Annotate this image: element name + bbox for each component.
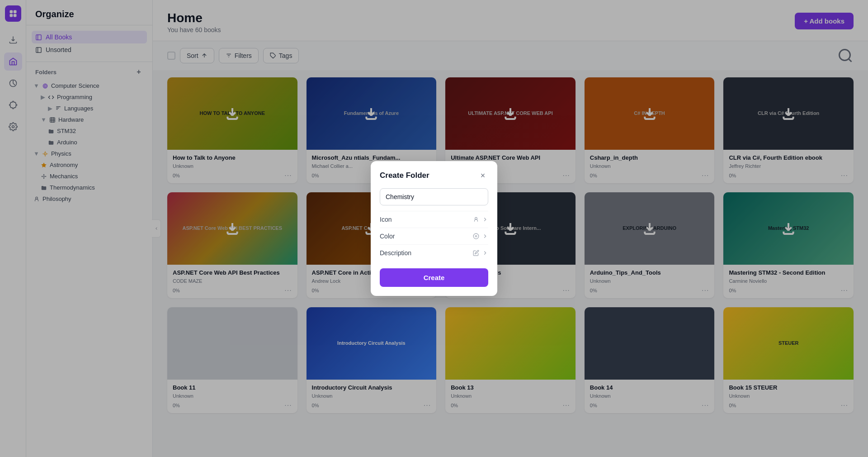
modal-icon-right <box>473 216 488 223</box>
chevron-right-icon-desc <box>482 250 488 256</box>
color-palette-icon <box>473 233 479 239</box>
modal-icon-label: Icon <box>380 216 392 223</box>
modal-description-label: Description <box>380 249 411 257</box>
user-circle-icon <box>473 216 479 223</box>
modal-description-right <box>473 250 488 256</box>
modal-header: Create Folder × <box>380 170 488 181</box>
modal-overlay[interactable]: Create Folder × Icon Color Description <box>0 0 868 457</box>
modal-title: Create Folder <box>380 171 429 180</box>
modal-description-row[interactable]: Description <box>380 244 488 261</box>
modal-close-button[interactable]: × <box>477 170 488 181</box>
folder-name-input[interactable] <box>380 188 488 205</box>
svg-point-27 <box>475 217 477 219</box>
chevron-right-icon-color <box>482 233 488 239</box>
pencil-icon <box>473 250 479 256</box>
chevron-right-icon-modal <box>482 216 488 223</box>
modal-icon-row[interactable]: Icon <box>380 211 488 228</box>
modal-color-label: Color <box>380 233 395 240</box>
svg-point-28 <box>473 233 479 239</box>
create-folder-button[interactable]: Create <box>380 268 488 287</box>
svg-point-29 <box>475 235 477 237</box>
modal-color-row[interactable]: Color <box>380 228 488 244</box>
modal-color-right <box>473 233 488 239</box>
create-folder-modal: Create Folder × Icon Color Description <box>371 161 497 296</box>
